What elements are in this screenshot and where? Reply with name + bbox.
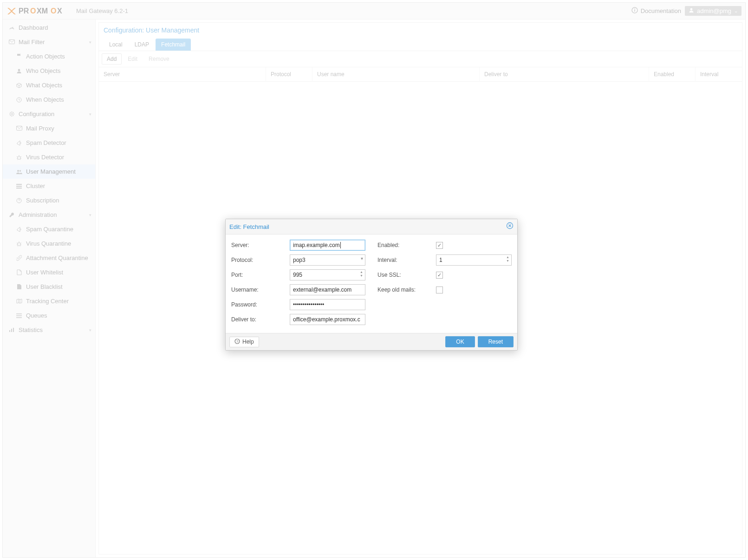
spinner-icon: ▲▼ xyxy=(506,255,509,263)
interval-value: 1 xyxy=(439,257,442,263)
ssl-checkbox[interactable]: ✓ xyxy=(436,272,443,279)
ok-button[interactable]: OK xyxy=(445,336,475,347)
chevron-down-icon: ▾ xyxy=(361,256,363,261)
enabled-checkbox[interactable]: ✓ xyxy=(436,242,443,249)
port-value: 995 xyxy=(293,272,302,278)
password-value: •••••••••••••••• xyxy=(293,301,324,308)
question-icon: ? xyxy=(234,339,240,345)
protocol-label: Protocol: xyxy=(231,257,290,263)
spinner-icon: ▲▼ xyxy=(360,270,363,278)
enabled-label: Enabled: xyxy=(377,242,436,248)
keep-checkbox[interactable] xyxy=(436,287,443,293)
server-label: Server: xyxy=(231,242,290,248)
password-label: Password: xyxy=(231,301,290,308)
dialog-title: Edit: Fetchmail xyxy=(229,223,269,230)
reset-button[interactable]: Reset xyxy=(478,336,514,347)
username-label: Username: xyxy=(231,287,290,293)
protocol-value: pop3 xyxy=(293,257,306,263)
interval-label: Interval: xyxy=(377,257,436,263)
username-value: external@example.com xyxy=(293,287,351,293)
deliver-label: Deliver to: xyxy=(231,316,290,323)
username-input[interactable]: external@example.com xyxy=(290,284,365,295)
password-input[interactable]: •••••••••••••••• xyxy=(290,299,365,310)
deliver-input[interactable]: office@example.proxmox.c xyxy=(290,314,365,325)
edit-fetchmail-dialog: Edit: Fetchmail Server: imap.example.com… xyxy=(225,219,518,351)
server-value: imap.example.com xyxy=(293,242,340,248)
port-input[interactable]: 995 ▲▼ xyxy=(290,269,365,280)
server-input[interactable]: imap.example.com xyxy=(290,240,365,251)
svg-text:?: ? xyxy=(236,339,239,344)
protocol-select[interactable]: pop3 ▾ xyxy=(290,254,365,266)
keep-label: Keep old mails: xyxy=(377,287,436,293)
interval-input[interactable]: 1 ▲▼ xyxy=(436,254,512,266)
help-label: Help xyxy=(242,339,254,345)
deliver-value: office@example.proxmox.c xyxy=(293,316,362,323)
ssl-label: Use SSL: xyxy=(377,272,436,278)
close-icon[interactable] xyxy=(506,222,514,231)
help-button[interactable]: ? Help xyxy=(229,337,259,347)
port-label: Port: xyxy=(231,272,290,278)
